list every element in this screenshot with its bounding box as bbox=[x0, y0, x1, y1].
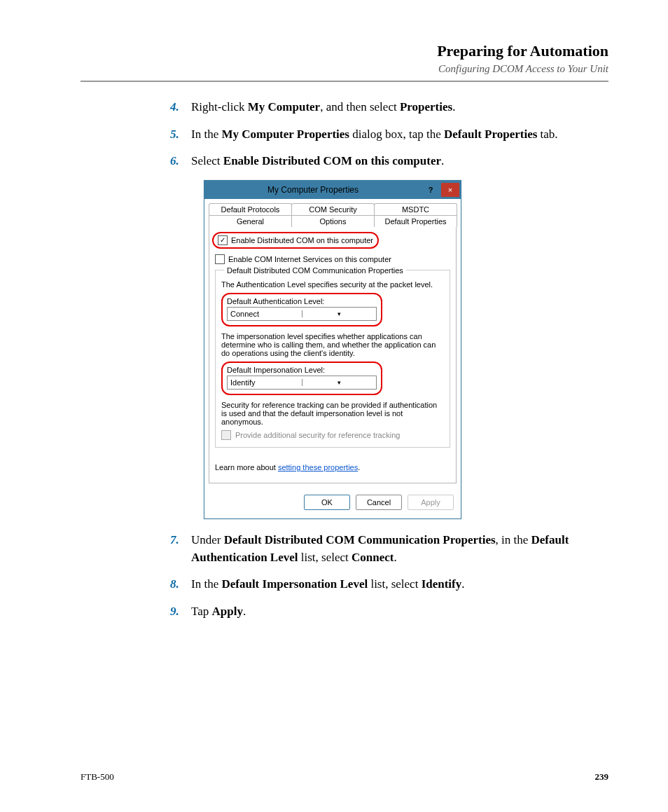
chevron-down-icon: ▾ bbox=[302, 310, 377, 317]
page-subtitle: Configuring DCOM Access to Your Unit bbox=[81, 63, 608, 75]
step-7: 7. Under Default Distributed COM Communi… bbox=[170, 532, 608, 566]
chevron-down-icon: ▾ bbox=[302, 379, 377, 386]
comm-props-title: Default Distributed COM Communication Pr… bbox=[224, 266, 406, 275]
auth-level-highlight: Default Authentication Level: Connect ▾ bbox=[221, 293, 382, 326]
auth-level-select[interactable]: Connect ▾ bbox=[227, 307, 377, 321]
page-title: Preparing for Automation bbox=[81, 42, 608, 60]
tab-general[interactable]: General bbox=[209, 215, 292, 227]
step-number: 9. bbox=[170, 603, 179, 621]
enable-dcom-checkbox[interactable] bbox=[218, 235, 228, 245]
auth-level-label: Default Authentication Level: bbox=[227, 297, 377, 305]
step-9: 9. Tap Apply. bbox=[170, 603, 608, 621]
tab-msdtc[interactable]: MSDTC bbox=[374, 203, 457, 215]
enable-inet-checkbox[interactable] bbox=[215, 254, 225, 264]
page-number: 239 bbox=[595, 771, 609, 783]
tab-default-protocols[interactable]: Default Protocols bbox=[209, 203, 292, 215]
step-number: 4. bbox=[170, 99, 179, 116]
cancel-button[interactable]: Cancel bbox=[356, 495, 402, 510]
step-6: 6. Select Enable Distributed COM on this… bbox=[170, 153, 608, 170]
step-5: 5. In the My Computer Properties dialog … bbox=[170, 126, 608, 144]
apply-button[interactable]: Apply bbox=[408, 495, 454, 510]
step-number: 7. bbox=[170, 532, 179, 549]
step-number: 5. bbox=[170, 126, 179, 144]
security-desc: Security for reference tracking can be p… bbox=[221, 401, 444, 426]
imp-level-select[interactable]: Identify ▾ bbox=[227, 376, 377, 390]
learn-more-link[interactable]: setting these properties bbox=[278, 463, 358, 472]
enable-dcom-highlight: Enable Distributed COM on this computer bbox=[212, 232, 379, 249]
step-number: 6. bbox=[170, 153, 179, 170]
imp-level-highlight: Default Impersonation Level: Identify ▾ bbox=[221, 362, 382, 395]
dialog-title: My Computer Properties bbox=[204, 185, 422, 195]
footer-product: FTB-500 bbox=[81, 771, 114, 783]
enable-inet-label: Enable COM Internet Services on this com… bbox=[228, 255, 391, 263]
close-button[interactable]: × bbox=[441, 183, 459, 197]
help-button[interactable]: ? bbox=[422, 183, 440, 197]
header-rule bbox=[81, 81, 608, 82]
learn-more: Learn more about setting these propertie… bbox=[215, 463, 450, 472]
enable-dcom-label: Enable Distributed COM on this computer bbox=[231, 236, 373, 245]
tab-default-properties[interactable]: Default Properties bbox=[374, 215, 457, 227]
tab-options[interactable]: Options bbox=[291, 215, 375, 227]
step-number: 8. bbox=[170, 576, 179, 593]
auth-desc: The Authentication Level specifies secur… bbox=[221, 280, 444, 289]
ref-tracking-label: Provide additional security for referenc… bbox=[235, 431, 400, 439]
imp-desc: The impersonation level specifies whethe… bbox=[221, 332, 444, 357]
step-8: 8. In the Default Impersonation Level li… bbox=[170, 576, 608, 593]
ok-button[interactable]: OK bbox=[304, 495, 350, 510]
ref-tracking-checkbox[interactable] bbox=[221, 430, 231, 440]
imp-level-label: Default Impersonation Level: bbox=[227, 366, 377, 374]
step-4: 4. Right-click My Computer, and then sel… bbox=[170, 99, 608, 116]
dialog-screenshot: My Computer Properties ? × Default Proto… bbox=[204, 180, 608, 519]
tab-com-security[interactable]: COM Security bbox=[291, 203, 375, 215]
